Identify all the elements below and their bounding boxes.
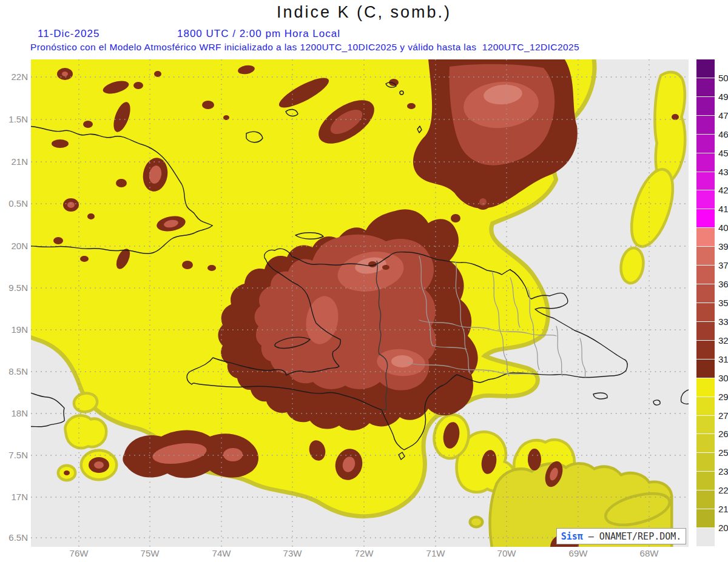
colorbar-tick-label: 27.8 <box>718 410 728 421</box>
colorbar-segment <box>696 528 715 547</box>
colorbar-segment <box>696 472 715 490</box>
lon-tick-label: 72W <box>346 548 382 559</box>
colorbar-segment <box>696 341 715 360</box>
colorbar-tick-label: 33.9 <box>718 316 728 327</box>
colorbar-segment <box>696 322 715 341</box>
colorbar-segment <box>696 509 715 528</box>
colorbar-segment <box>696 97 715 116</box>
colorbar-segment <box>696 453 715 472</box>
colorbar-segment <box>696 397 715 416</box>
colorbar-tick-label: 39.1 <box>718 241 728 252</box>
colorbar-tick-label: 47.8 <box>718 110 728 121</box>
colorbar-tick-label: 20 <box>718 523 728 534</box>
colorbar-tick-label: 25.2 <box>718 447 728 458</box>
colorbar-segment <box>696 360 715 378</box>
colorbar-tick-label: 21.3 <box>718 504 728 515</box>
lat-tick-label: 19N <box>0 324 28 335</box>
colorbar-tick-label: 29.1 <box>718 392 728 403</box>
lon-tick-label: 74W <box>203 548 240 559</box>
colorbar-tick-label: 45.2 <box>718 148 728 159</box>
lon-tick-label: 76W <box>61 548 97 559</box>
lat-tick-label: 6.5N <box>0 532 28 543</box>
lat-tick-label: 0.5N <box>0 198 28 209</box>
lat-tick-label: 8.5N <box>0 366 28 377</box>
colorbar-tick-label: 26.5 <box>718 429 728 440</box>
colorbar-segment <box>696 209 715 228</box>
colorbar-segment <box>696 416 715 435</box>
colorbar-tick-label: 43.9 <box>718 167 728 178</box>
lon-tick-label: 71W <box>417 548 454 559</box>
colorbar-tick-label: 22.6 <box>718 485 728 496</box>
colorbar-tick-label: 42.6 <box>718 185 728 196</box>
colorbar-segment <box>696 59 715 78</box>
lat-tick-label: 21N <box>0 156 28 167</box>
colorbar-segment <box>696 172 715 191</box>
lat-tick-label: 9.5N <box>0 283 28 293</box>
forecast-valid-time: 1800 UTC / 2:00 pm Hora Local <box>177 28 340 40</box>
colorbar-segment <box>696 228 715 247</box>
attribution-box: Sisπ – ONAMET/REP.DOM. <box>556 528 686 544</box>
colorbar-tick-label: 41.3 <box>718 204 728 215</box>
colorbar-segment <box>696 266 715 284</box>
forecast-date: 11-Dic-2025 <box>38 28 99 40</box>
colorbar-tick-label: 35.2 <box>718 298 728 309</box>
colorbar-segment <box>696 247 715 266</box>
colorbar-segment <box>696 434 715 453</box>
colorbar-tick-label: 36.5 <box>718 279 728 290</box>
lon-tick-label: 69W <box>560 548 596 559</box>
colorbar-tick-label: 30 <box>718 373 728 384</box>
colorbar-tick-label: 49.1 <box>718 92 728 102</box>
weather-map <box>31 59 689 547</box>
lon-tick-label: 68W <box>631 548 667 559</box>
lat-tick-label: 18N <box>0 408 28 419</box>
colorbar-tick-label: 46.5 <box>718 129 728 140</box>
colorbar-tick-label: 37.8 <box>718 260 728 271</box>
lat-tick-label: 22N <box>0 72 28 82</box>
page-title: Indice K (C, somb.) <box>0 3 728 22</box>
lat-tick-label: 17N <box>0 492 28 503</box>
colorbar-tick-label: 40 <box>718 222 728 233</box>
colorbar-segment <box>696 490 715 509</box>
lat-tick-label: 7.5N <box>0 450 28 461</box>
lon-tick-label: 70W <box>488 548 525 559</box>
k-index-contour-plot <box>31 59 689 547</box>
colorbar-segment <box>696 284 715 303</box>
colorbar-segment <box>696 135 715 153</box>
colorbar-tick-label: 32.6 <box>718 335 728 346</box>
attribution-text: – ONAMET/REP.DOM. <box>583 531 682 542</box>
lon-tick-label: 75W <box>132 548 168 559</box>
colorbar-segment <box>696 190 715 209</box>
colorbar-segment <box>696 153 715 172</box>
colorbar-tick-label: 50 <box>718 73 728 84</box>
colorbar-segment <box>696 303 715 322</box>
colorbar-segment <box>696 378 715 397</box>
lat-tick-label: 1.5N <box>0 114 28 125</box>
colorbar-segment <box>696 78 715 97</box>
attribution-brand: Sisπ <box>561 531 583 542</box>
colorbar-segment <box>696 116 715 135</box>
colorbar <box>696 59 715 547</box>
lon-tick-label: 73W <box>274 548 311 559</box>
colorbar-tick-label: 23.9 <box>718 466 728 477</box>
model-init-line: Pronóstico con el Modelo Atmosférico WRF… <box>30 42 704 53</box>
colorbar-tick-label: 31.3 <box>718 354 728 365</box>
lat-tick-label: 20N <box>0 241 28 252</box>
